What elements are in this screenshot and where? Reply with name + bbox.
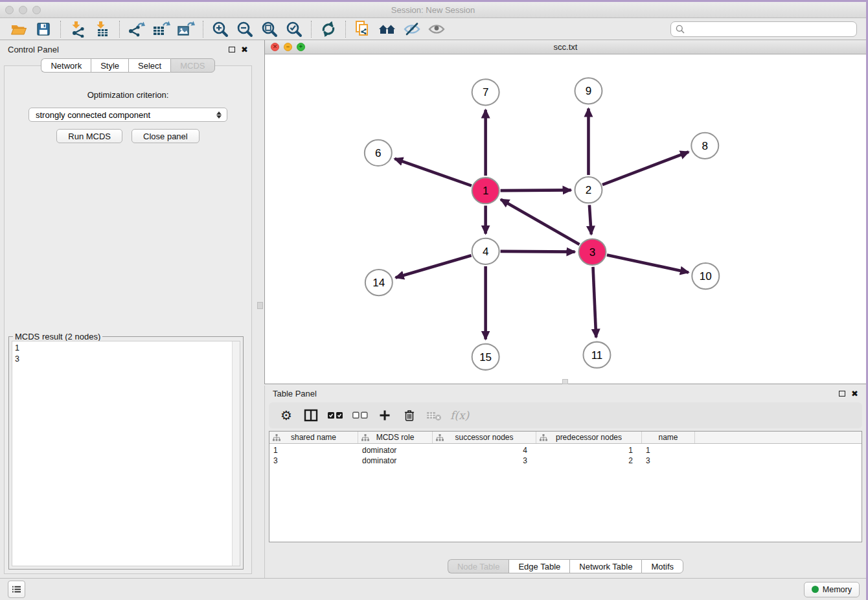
graph-edge-2-8[interactable] [602,152,689,185]
graph-node-10[interactable]: 10 [692,263,719,289]
tab-edge-table[interactable]: Edge Table [508,559,569,573]
tab-network-table[interactable]: Network Table [569,559,641,573]
control-panel-float-button[interactable] [229,47,235,52]
function-builder-button[interactable]: f(x) [450,409,469,422]
show-all-networks-button[interactable] [375,19,400,39]
column-header-predecessor-nodes[interactable]: predecessor nodes [536,432,642,443]
graph-edge-1-6[interactable] [394,159,472,186]
graph-node-2[interactable]: 2 [575,177,602,203]
graph-node-6[interactable]: 6 [365,140,392,166]
graph-node-label: 8 [702,140,708,152]
table-cell[interactable]: 3 [642,456,695,466]
graph-node-3[interactable]: 3 [578,239,606,265]
tab-motifs[interactable]: Motifs [641,559,683,573]
graph-node-9[interactable]: 9 [575,78,602,104]
mcds-result-text[interactable]: 13 [12,341,232,566]
table-row[interactable]: 3dominator323 [269,456,862,466]
split-view-button[interactable] [300,405,322,426]
table-cell[interactable]: 1 [642,445,695,456]
table-cell[interactable]: 1 [269,445,358,456]
network-close-button[interactable]: ✕ [271,43,279,51]
graph-edge-3-1[interactable] [501,200,579,245]
graph-edge-3-10[interactable] [607,255,689,273]
graph-node-4[interactable]: 4 [472,238,499,264]
graph-edge-2-3[interactable] [589,205,591,234]
table-panel-close-button[interactable]: ✖ [851,389,858,398]
open-session-button[interactable] [6,19,31,39]
graph-edge-4-3[interactable] [501,251,575,252]
close-panel-button[interactable]: Close panel [131,129,200,143]
graph-edge-1-2[interactable] [501,190,571,190]
column-header-successor-nodes[interactable]: successor nodes [433,432,536,443]
import-network-button[interactable] [65,19,90,39]
table-cell[interactable]: dominator [358,445,433,456]
zoom-out-button[interactable] [233,19,257,39]
run-mcds-button[interactable]: Run MCDS [56,129,122,143]
table-cell[interactable]: 2 [536,456,642,466]
graph-node-15[interactable]: 15 [472,344,499,370]
deselect-all-columns-button[interactable] [349,405,371,426]
column-header-shared-name[interactable]: shared name [269,432,358,443]
splitter-grip[interactable] [257,302,263,309]
select-all-columns-button[interactable] [325,405,347,426]
export-table-button[interactable] [149,19,174,39]
tab-style[interactable]: Style [91,58,128,73]
graph-node-label: 9 [586,85,591,97]
delete-table-button[interactable] [423,405,445,426]
table-header: shared name MCDS role successor nodes pr… [269,432,862,444]
export-image-button[interactable] [174,19,198,39]
task-history-button[interactable] [8,581,25,598]
graph-node-7[interactable]: 7 [472,79,499,105]
criterion-value: strongly connected component [36,110,216,120]
graph-edge-4-14[interactable] [396,255,472,277]
search-field[interactable] [670,21,857,37]
canvas-resize-handle[interactable] [562,379,568,384]
add-column-button[interactable] [374,405,396,426]
table-cell[interactable]: 3 [433,456,536,466]
zoom-fit-icon [261,21,278,38]
graph-node-11[interactable]: 11 [583,342,610,368]
table-row[interactable]: 1dominator411 [269,445,862,456]
tab-select[interactable]: Select [128,58,170,73]
network-canvas[interactable]: 7968124314101511 [265,54,866,384]
table-cell[interactable]: 3 [269,456,358,466]
zoom-in-button[interactable] [208,19,233,39]
table-cell[interactable]: 1 [536,445,642,456]
import-table-button[interactable] [90,19,115,39]
tab-mcds[interactable]: MCDS [170,58,214,73]
memory-button[interactable]: Memory [804,582,860,597]
save-session-button[interactable] [31,19,56,39]
tab-node-table[interactable]: Node Table [448,559,509,573]
vertical-splitter[interactable] [256,40,264,578]
zoom-selected-button[interactable] [282,19,306,39]
table-panel-float-button[interactable] [839,391,845,397]
table-cell[interactable]: 4 [433,445,536,456]
control-panel-tabs: Network Style Select MCDS [0,58,256,73]
mcds-result-scrollbar[interactable] [232,341,240,566]
column-header-MCDS-role[interactable]: MCDS role [358,432,433,443]
graph-node-14[interactable]: 14 [365,270,393,295]
delete-column-button[interactable] [398,405,420,426]
export-network-button[interactable] [124,19,149,39]
graph-node-8[interactable]: 8 [691,133,718,159]
tab-network[interactable]: Network [41,58,91,73]
hide-selected-button[interactable] [400,19,424,39]
graph-edge-3-11[interactable] [593,267,596,338]
open-folder-icon [10,21,27,37]
table-settings-button[interactable]: ⚙ [275,405,297,426]
graph-node-1[interactable]: 1 [472,178,499,203]
first-neighbors-button[interactable] [350,19,375,39]
search-input[interactable] [688,24,852,34]
column-header-name[interactable]: name [642,432,695,443]
main-toolbar [0,18,866,40]
graph-node-label: 7 [483,86,488,98]
show-hidden-button[interactable] [424,19,449,39]
apply-layout-button[interactable] [316,19,341,39]
save-floppy-icon [36,21,51,37]
zoom-fit-button[interactable] [257,19,282,39]
network-minimize-button[interactable]: − [284,43,292,51]
criterion-dropdown[interactable]: strongly connected component [29,108,227,122]
table-cell[interactable]: dominator [358,456,433,466]
network-zoom-button[interactable]: + [297,43,305,51]
control-panel-close-button[interactable]: ✖ [241,45,248,54]
